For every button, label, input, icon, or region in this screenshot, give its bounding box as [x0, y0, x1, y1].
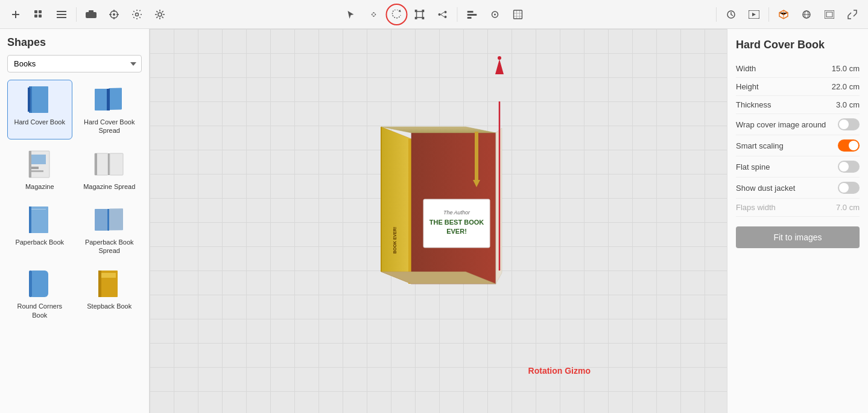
svg-rect-50: [826, 12, 832, 17]
shape-paperback-book-label: Paperback Book: [15, 238, 64, 246]
shape-hard-cover-book-spread-label: Hard Cover Book Spread: [81, 118, 138, 135]
flat-spine-toggle[interactable]: [838, 161, 860, 173]
animation-btn[interactable]: [743, 4, 765, 25]
focus-tool-btn[interactable]: [484, 4, 505, 25]
rotation-gizmo-label: Rotation Gizmo: [528, 366, 591, 376]
sidebar: Shapes Books Magazines Boxes Hard Cover …: [0, 29, 150, 413]
svg-rect-68: [29, 206, 48, 233]
camera-button[interactable]: [80, 4, 102, 25]
svg-marker-98: [495, 59, 504, 74]
svg-marker-79: [381, 127, 411, 284]
svg-rect-8: [57, 17, 66, 18]
dust-jacket-toggle[interactable]: [838, 182, 860, 194]
svg-rect-28: [416, 11, 422, 18]
shape-paperback-book[interactable]: Paperback Book: [7, 200, 72, 260]
svg-rect-71: [95, 209, 107, 231]
smart-scaling-toggle[interactable]: [838, 139, 860, 152]
shape-magazine-spread-label: Magazine Spread: [83, 182, 135, 191]
target-button[interactable]: [103, 4, 125, 25]
flaps-width-row: Flaps width 7.0 cm: [736, 199, 860, 217]
svg-rect-84: [475, 132, 478, 180]
width-label: Width: [736, 64, 756, 73]
svg-rect-3: [39, 10, 42, 13]
globe-view-btn[interactable]: [796, 4, 817, 25]
dust-jacket-row: Show dust jacket: [736, 178, 860, 199]
sun-button[interactable]: [149, 4, 171, 25]
fit-to-images-button[interactable]: Fit to images: [736, 226, 860, 248]
shape-paperback-book-spread[interactable]: Paperback Book Spread: [77, 200, 142, 260]
svg-rect-70: [31, 209, 46, 210]
settings-button[interactable]: [126, 4, 148, 25]
toolbar: [0, 0, 868, 29]
select-tool-btn[interactable]: [340, 4, 361, 25]
svg-marker-83: [381, 127, 496, 133]
grid-button[interactable]: [28, 4, 49, 25]
shape-round-corners-book-label: Round Corners Book: [11, 302, 68, 319]
dust-jacket-label: Show dust jacket: [736, 184, 795, 193]
svg-rect-39: [467, 14, 477, 16]
svg-point-19: [158, 13, 162, 16]
category-dropdown[interactable]: Books Magazines Boxes: [7, 55, 142, 72]
book-3d: The Author THE BEST BOOK EVER! BOOK EVER…: [363, 115, 514, 308]
menu-button[interactable]: [51, 4, 72, 25]
svg-rect-77: [98, 271, 101, 297]
svg-rect-54: [28, 88, 30, 112]
center-toolbar: [340, 4, 528, 25]
svg-rect-57: [109, 88, 122, 110]
svg-point-34: [444, 11, 446, 13]
rotate-tool-btn[interactable]: [385, 4, 407, 25]
svg-line-25: [162, 16, 163, 18]
align-tool-btn[interactable]: [461, 4, 483, 25]
width-row: Width 15.0 cm: [736, 60, 860, 78]
wrap-cover-row: Wrap cover image around: [736, 114, 860, 135]
flat-spine-label: Flat spine: [736, 162, 770, 171]
canvas-area[interactable]: The Author THE BEST BOOK EVER! BOOK EVER…: [150, 29, 727, 413]
svg-line-27: [156, 16, 157, 18]
svg-rect-2: [34, 10, 37, 13]
svg-line-37: [440, 14, 444, 17]
frame-view-btn[interactable]: [819, 4, 840, 25]
smart-scaling-row: Smart scaling: [736, 135, 860, 156]
shape-magazine-spread[interactable]: Magazine Spread: [77, 144, 142, 195]
timeline-btn[interactable]: [720, 4, 742, 25]
svg-rect-43: [513, 10, 522, 19]
svg-rect-6: [57, 11, 66, 12]
thickness-value: 3.0 cm: [836, 100, 860, 109]
svg-marker-80: [408, 139, 411, 284]
svg-rect-32: [422, 17, 424, 19]
shape-stepback-book[interactable]: Stepback Book: [77, 264, 142, 324]
flat-spine-row: Flat spine: [736, 156, 860, 178]
node-tool-btn[interactable]: [431, 4, 453, 25]
move-tool-btn[interactable]: [363, 4, 384, 25]
svg-rect-61: [31, 155, 46, 164]
shapes-grid: Hard Cover Book Hard Cover Book Spread: [7, 80, 142, 324]
svg-point-42: [494, 13, 496, 15]
height-label: Height: [736, 82, 759, 91]
shape-round-corners-book[interactable]: Round Corners Book: [7, 264, 72, 324]
svg-marker-86: [496, 128, 502, 284]
shape-hard-cover-book[interactable]: Hard Cover Book: [7, 80, 72, 139]
box-view-btn[interactable]: [773, 4, 794, 25]
scale-tool-btn[interactable]: [408, 4, 430, 25]
svg-point-99: [498, 56, 501, 60]
svg-point-96: [318, 67, 557, 374]
wrap-cover-toggle[interactable]: [838, 118, 860, 130]
svg-rect-40: [467, 17, 471, 19]
svg-line-26: [162, 11, 163, 12]
shape-hard-cover-book-label: Hard Cover Book: [14, 118, 65, 126]
texture-tool-btn[interactable]: [507, 4, 528, 25]
svg-rect-75: [29, 271, 32, 297]
smart-scaling-label: Smart scaling: [736, 141, 784, 150]
svg-text:THE BEST BOOK: THE BEST BOOK: [429, 219, 484, 226]
svg-text:BOOK EVER!: BOOK EVER!: [393, 227, 397, 254]
svg-point-33: [438, 13, 440, 16]
shape-magazine[interactable]: Magazine: [7, 144, 72, 195]
svg-rect-67: [95, 153, 97, 175]
sidebar-title: Shapes: [7, 36, 142, 49]
expand-view-btn[interactable]: [841, 4, 863, 25]
add-button[interactable]: [5, 4, 27, 25]
shape-hard-cover-book-spread[interactable]: Hard Cover Book Spread: [77, 80, 142, 139]
wrap-cover-label: Wrap cover image around: [736, 120, 826, 129]
svg-rect-29: [414, 10, 417, 12]
thickness-label: Thickness: [736, 100, 771, 109]
